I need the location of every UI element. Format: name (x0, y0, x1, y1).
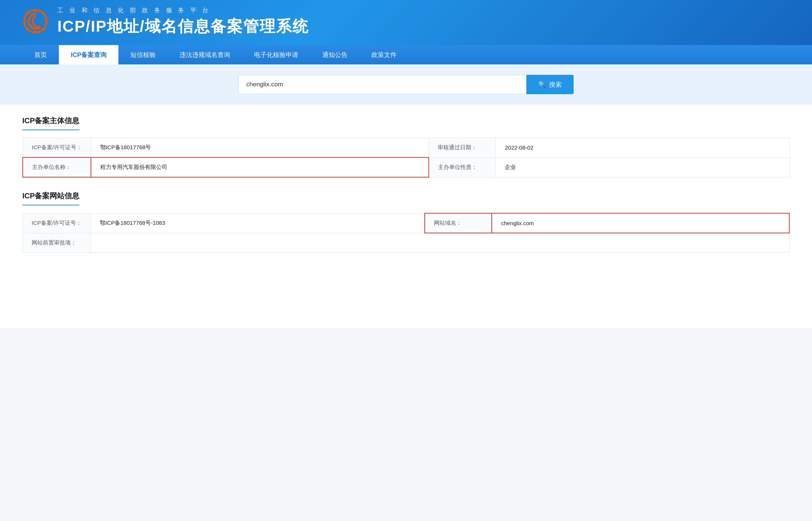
svg-rect-4 (45, 20, 48, 22)
nav-item-policy[interactable]: 政策文件 (359, 45, 409, 64)
section-website-heading: ICP备案网站信息 (22, 191, 79, 205)
website-info-table: ICP备案/许可证号： 鄂ICP备18017768号-1083 网站域名： ch… (22, 213, 790, 253)
main-content: ICP备案主体信息 ICP备案/许可证号： 鄂ICP备18017768号 审核通… (0, 105, 812, 328)
value-domain: chenglix.com (492, 213, 789, 233)
table-row: ICP备案/许可证号： 鄂ICP备18017768号-1083 网站域名： ch… (23, 213, 790, 233)
value-organizer-name: 程力专用汽车股份有限公司 (91, 157, 429, 177)
logo-icon (22, 8, 48, 36)
svg-rect-1 (34, 9, 37, 12)
svg-rect-3 (23, 20, 26, 22)
label-icp-number-entity: ICP备案/许可证号： (23, 138, 91, 158)
search-icon: 🔍 (538, 81, 546, 89)
table-row-highlighted: 主办单位名称： 程力专用汽车股份有限公司 主办单位性质： 企业 (23, 157, 790, 177)
header-subtitle: 工 业 和 信 息 化 部 政 务 服 务 平 台 (57, 7, 309, 15)
value-organizer-type: 企业 (496, 157, 790, 177)
nav-item-notice[interactable]: 通知公告 (310, 45, 359, 64)
label-organizer-name: 主办单位名称： (23, 157, 91, 177)
label-icp-number-site: ICP备案/许可证号： (23, 213, 91, 233)
section-entity-heading: ICP备案主体信息 (22, 116, 79, 130)
section-website-info: ICP备案网站信息 ICP备案/许可证号： 鄂ICP备18017768号-108… (22, 191, 790, 253)
nav-item-home[interactable]: 首页 (22, 45, 59, 64)
search-area: 🔍 搜索 (0, 64, 812, 105)
nav-item-illegal[interactable]: 违法违规域名查询 (168, 45, 242, 64)
nav-item-electronic[interactable]: 电子化核验申请 (242, 45, 310, 64)
value-icp-number-entity: 鄂ICP备18017768号 (91, 138, 429, 158)
header-title: ICP/IP地址/域名信息备案管理系统 (57, 16, 309, 37)
table-row: ICP备案/许可证号： 鄂ICP备18017768号 审核通过日期： 2022-… (23, 138, 790, 158)
search-button-label: 搜索 (549, 80, 562, 89)
label-domain: 网站域名： (425, 213, 492, 233)
value-icp-number-site: 鄂ICP备18017768号-1083 (91, 213, 425, 233)
search-button[interactable]: 🔍 搜索 (526, 75, 574, 94)
search-input[interactable] (238, 75, 526, 94)
site-header: 工 业 和 信 息 化 部 政 务 服 务 平 台 ICP/IP地址/域名信息备… (0, 0, 812, 45)
main-nav: 首页 ICP备案查询 短信核验 违法违规域名查询 电子化核验申请 通知公告 政策… (0, 45, 812, 64)
label-pre-approval: 网站前置审批项： (23, 233, 91, 252)
value-pre-approval (91, 233, 789, 252)
svg-rect-2 (34, 31, 37, 33)
nav-item-icp[interactable]: ICP备案查询 (59, 45, 118, 64)
label-organizer-type: 主办单位性质： (429, 157, 496, 177)
section-entity-info: ICP备案主体信息 ICP备案/许可证号： 鄂ICP备18017768号 审核通… (22, 116, 790, 178)
nav-item-sms[interactable]: 短信核验 (118, 45, 168, 64)
table-row: 网站前置审批项： (23, 233, 790, 252)
svg-point-9 (40, 25, 43, 28)
search-box: 🔍 搜索 (238, 75, 574, 94)
header-text-block: 工 业 和 信 息 化 部 政 务 服 务 平 台 ICP/IP地址/域名信息备… (57, 7, 309, 37)
value-approval-date: 2022-08-02 (496, 138, 790, 158)
label-approval-date: 审核通过日期： (429, 138, 496, 158)
entity-info-table: ICP备案/许可证号： 鄂ICP备18017768号 审核通过日期： 2022-… (22, 138, 790, 178)
